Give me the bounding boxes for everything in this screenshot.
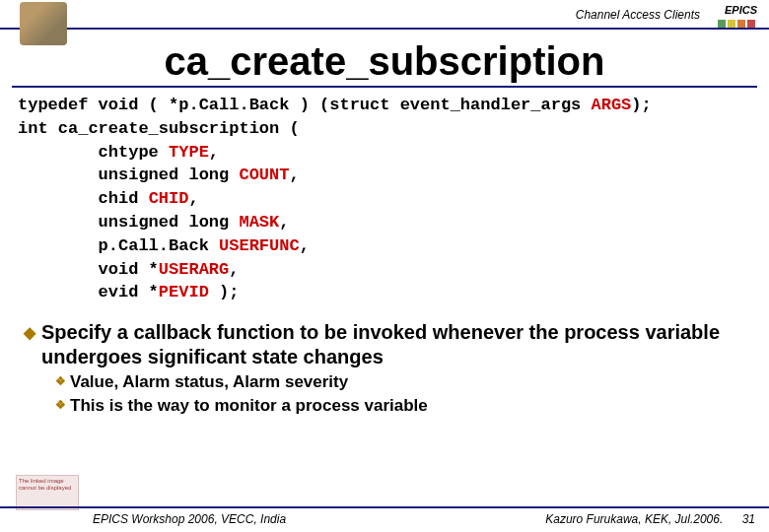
slide-title: ca_create_subscription <box>12 39 757 88</box>
bullet-sub-2: ❖ This is the way to monitor a process v… <box>0 393 769 417</box>
code-line-5: chid CHID, <box>18 189 199 208</box>
footer-left: EPICS Workshop 2006, VECC, India <box>93 512 286 526</box>
bullet-sub-2-text: This is the way to monitor a process var… <box>70 395 428 417</box>
code-block: typedef void ( *p.Call.Back ) (struct ev… <box>0 88 769 314</box>
bullet-main-text: Specify a callback function to be invoke… <box>41 320 749 369</box>
broken-image-placeholder: The linked image cannot be displayed <box>16 475 79 510</box>
footer-bar: EPICS Workshop 2006, VECC, India Kazuro … <box>0 506 769 526</box>
footer-right: Kazuro Furukawa, KEK, Jul.2006. <box>545 512 723 526</box>
bullet-sub-1-text: Value, Alarm status, Alarm severity <box>70 371 348 393</box>
bullet-main: ◆ Specify a callback function to be invo… <box>0 314 769 369</box>
page-number: 31 <box>742 512 755 526</box>
header-bar: Channel Access Clients EPICS <box>0 0 769 30</box>
code-line-6: unsigned long MASK, <box>18 213 289 232</box>
org-logo <box>20 2 67 45</box>
triangle-bullet-icon: ❖ <box>55 398 66 414</box>
bullet-sub-1: ❖ Value, Alarm status, Alarm severity <box>0 369 769 393</box>
diamond-bullet-icon: ◆ <box>24 323 35 343</box>
code-line-3: chtype TYPE, <box>18 143 219 162</box>
code-line-2: int ca_create_subscription ( <box>18 119 300 138</box>
code-line-9: evid *PEVID ); <box>18 283 239 301</box>
code-line-8: void *USERARG, <box>18 260 239 279</box>
code-line-4: unsigned long COUNT, <box>18 166 300 184</box>
code-line-1: typedef void ( *p.Call.Back ) (struct ev… <box>18 96 652 114</box>
epics-color-boxes <box>718 20 755 28</box>
header-subtitle: Channel Access Clients <box>576 8 700 22</box>
triangle-bullet-icon: ❖ <box>55 374 66 390</box>
code-line-7: p.Call.Back USERFUNC, <box>18 236 310 255</box>
epics-label: EPICS <box>725 4 757 16</box>
